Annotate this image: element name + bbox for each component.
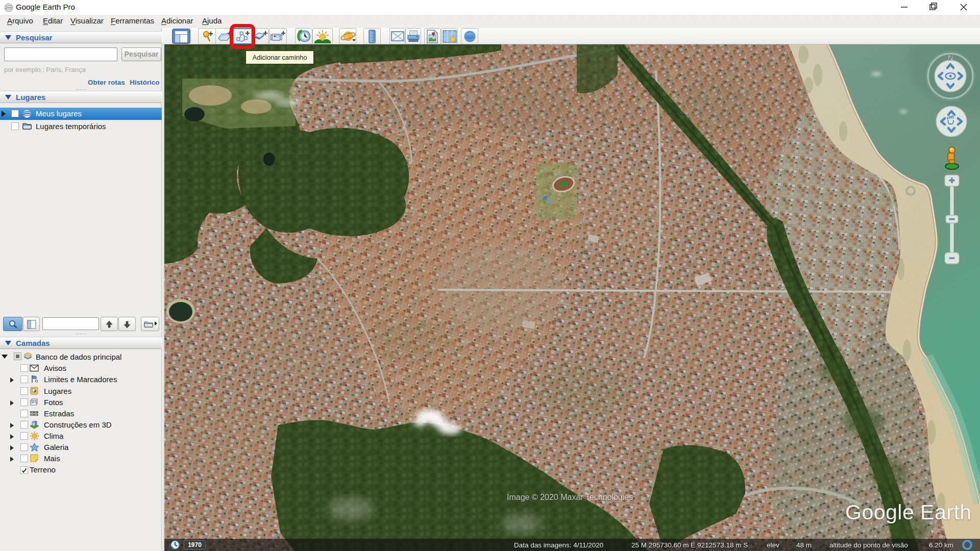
svg-text:N: N [948,54,953,62]
